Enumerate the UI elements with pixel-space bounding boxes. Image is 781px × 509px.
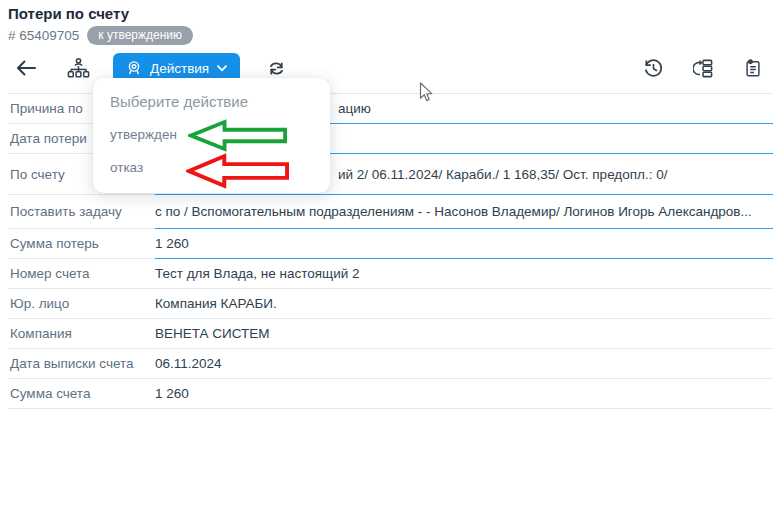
page-title: Потери по счету [8,5,773,22]
note-button[interactable] [741,56,765,81]
invoice-sum-value: 1 260 [155,379,773,409]
field-label: Юр. лицо [8,289,155,319]
page-header: Потери по счету # 65409705 к утверждению [0,0,781,45]
mouse-cursor-icon [419,82,434,107]
assign-task-field[interactable]: с по / Вспомогательным подразделениям - … [155,195,773,229]
field-value: с по / Вспомогательным подразделениям - … [155,204,752,219]
chevron-down-icon [217,65,227,72]
form-row-invoice-sum: Сумма счета 1 260 [8,379,773,409]
back-button[interactable] [14,58,38,78]
field-label: Компания [8,319,155,349]
hierarchy-icon [67,57,90,80]
workflow-icon [693,58,714,79]
form-row-invoice-number: Номер счета Тест для Влада, не настоящий… [8,259,773,289]
field-label: Поставить задачу [8,195,155,229]
field-value: ацию [338,101,371,116]
red-arrow-annotation [186,153,290,193]
back-arrow-icon [16,60,36,76]
invoice-date-value: 06.11.2024 [155,349,773,379]
stamp-icon [126,60,142,76]
green-arrow-annotation [188,119,288,156]
refresh-icon [267,59,286,78]
note-icon [743,58,763,79]
record-id-row: # 65409705 к утверждению [8,26,773,45]
form-row-legal-entity: Юр. лицо Компания КАРАБИ. [8,289,773,319]
field-value: ий 2/ 06.11.2024/ Караби./ 1 168,35/ Ост… [338,167,667,182]
form-row-invoice-date: Дата выписки счета 06.11.2024 [8,349,773,379]
field-value: ВЕНЕТА СИСТЕМ [155,326,270,341]
field-label: Сумма потерь [8,229,155,259]
form-row-assign-task: Поставить задачу с по / Вспомогательным … [8,195,773,229]
history-icon [643,58,664,79]
field-value: 06.11.2024 [155,356,222,371]
legal-entity-value: Компания КАРАБИ. [155,289,773,319]
field-value: Компания КАРАБИ. [155,296,277,311]
field-value: Тест для Влада, не настоящий 2 [155,266,360,281]
workflow-button[interactable] [691,56,716,81]
field-label: Дата выписки счета [8,349,155,379]
company-value: ВЕНЕТА СИСТЕМ [155,319,773,349]
field-value: 1 260 [155,236,189,251]
invoice-number-value: Тест для Влада, не настоящий 2 [155,259,773,289]
toolbar-right-icons [641,56,765,81]
loss-sum-field[interactable]: 1 260 [155,229,773,259]
field-label: Сумма счета [8,379,155,409]
form-row-loss-sum: Сумма потерь 1 260 [8,229,773,259]
dropdown-title: Выберите действие [93,78,330,118]
field-value: 1 260 [155,386,189,401]
record-id: # 65409705 [8,28,79,43]
status-badge: к утверждению [87,26,193,45]
hierarchy-button[interactable] [65,55,92,82]
form-row-company: Компания ВЕНЕТА СИСТЕМ [8,319,773,349]
history-button[interactable] [641,56,666,81]
field-label: Номер счета [8,259,155,289]
refresh-button[interactable] [265,57,288,80]
actions-button-label: Действия [150,61,209,76]
